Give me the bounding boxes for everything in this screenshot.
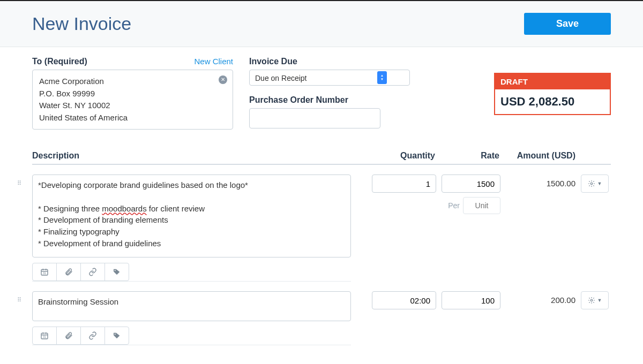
page-title: New Invoice xyxy=(32,13,131,34)
attachment-icon[interactable] xyxy=(56,263,81,281)
invoice-total-amount: USD 2,082.50 xyxy=(495,89,610,114)
line-description-input[interactable]: *Developing corporate brand guidelines b… xyxy=(32,175,351,257)
gear-icon xyxy=(588,297,595,304)
per-label: Per xyxy=(448,201,460,210)
line-item: ⠿*Developing corporate brand guidelines … xyxy=(32,165,611,282)
invoice-status-badge: DRAFT xyxy=(495,74,610,89)
po-input[interactable] xyxy=(249,108,380,128)
chevron-down-icon: ▼ xyxy=(597,298,602,303)
new-client-link[interactable]: New Client xyxy=(194,57,233,66)
attachment-icon[interactable] xyxy=(56,327,81,345)
column-header-amount: Amount (USD) xyxy=(506,151,581,161)
column-header-description: Description xyxy=(32,151,372,161)
line-actions-menu[interactable]: ▼ xyxy=(581,175,609,193)
calendar-icon[interactable] xyxy=(32,263,57,281)
line-actions-menu[interactable]: ▼ xyxy=(581,291,609,309)
client-address-line2: Water St. NY 10002 xyxy=(39,100,226,112)
gear-icon xyxy=(588,180,595,187)
line-quantity-input[interactable] xyxy=(372,175,436,193)
invoice-total-box: DRAFT USD 2,082.50 xyxy=(494,73,611,115)
client-name: Acme Corporation xyxy=(39,75,226,88)
client-address-line1: P.O. Box 99999 xyxy=(39,88,226,100)
column-header-quantity: Quantity xyxy=(372,151,442,161)
tag-icon[interactable] xyxy=(104,263,129,281)
unit-input[interactable] xyxy=(463,197,500,214)
line-item: ⠿Brainstorming Session200.00▼ xyxy=(32,282,611,345)
line-rate-input[interactable] xyxy=(442,291,500,309)
link-icon[interactable] xyxy=(80,327,105,345)
client-box[interactable]: Acme Corporation P.O. Box 99999 Water St… xyxy=(32,70,233,130)
client-label: To (Required) xyxy=(32,57,87,66)
client-address-line3: United States of America xyxy=(39,112,226,124)
drag-handle-icon[interactable]: ⠿ xyxy=(17,291,28,304)
line-quantity-input[interactable] xyxy=(372,291,436,309)
invoice-due-label: Invoice Due xyxy=(249,57,388,66)
link-icon[interactable] xyxy=(80,263,105,281)
line-amount: 200.00 xyxy=(506,291,581,305)
save-button[interactable]: Save xyxy=(524,13,611,35)
calendar-icon[interactable] xyxy=(32,327,57,345)
po-label: Purchase Order Number xyxy=(249,95,388,105)
line-description-input[interactable]: Brainstorming Session xyxy=(32,291,351,321)
chevron-updown-icon[interactable] xyxy=(377,71,387,84)
line-rate-input[interactable] xyxy=(442,175,500,193)
column-header-rate: Rate xyxy=(442,151,506,161)
tag-icon[interactable] xyxy=(104,327,129,345)
drag-handle-icon[interactable]: ⠿ xyxy=(17,175,28,187)
chevron-down-icon: ▼ xyxy=(597,181,602,186)
line-amount: 1500.00 xyxy=(506,175,581,188)
clear-client-icon[interactable] xyxy=(219,75,227,84)
